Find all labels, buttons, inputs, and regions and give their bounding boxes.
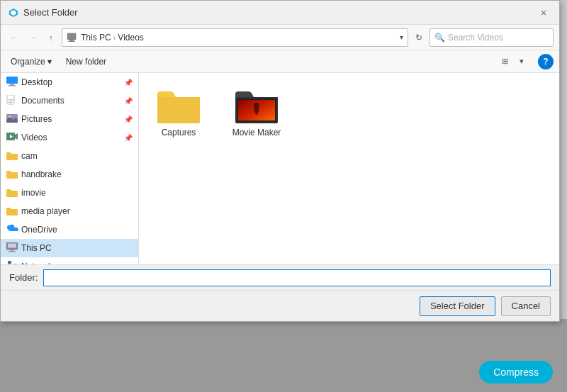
sidebar-item-imovie[interactable]: imovie [1, 184, 138, 202]
sidebar-item-handbrake[interactable]: handbrake [1, 165, 138, 184]
documents-icon [6, 95, 18, 106]
view-toggle-button[interactable]: ⊞ [497, 54, 512, 69]
svg-rect-2 [68, 41, 75, 42]
svg-rect-0 [67, 33, 76, 40]
view-controls: ⊞ ▾ [497, 54, 529, 69]
search-placeholder: Search Videos [448, 33, 503, 43]
svg-rect-18 [9, 251, 16, 252]
sidebar-item-thispc[interactable]: This PC [1, 239, 138, 257]
organize-button[interactable]: Organize ▾ [6, 55, 56, 69]
pictures-icon [6, 113, 18, 125]
navigation-pane: Desktop 📌 Documents 📌 [1, 73, 139, 264]
sidebar-item-cam[interactable]: cam [1, 147, 138, 165]
captures-folder-icon [157, 84, 200, 123]
svg-rect-3 [6, 77, 18, 84]
sidebar-item-videos[interactable]: Videos 📌 [1, 128, 138, 147]
background-area: Compress [0, 319, 567, 392]
title-bar: Select Folder × [1, 1, 559, 25]
refresh-button[interactable]: ↻ [411, 30, 427, 45]
compress-button[interactable]: Compress [479, 361, 553, 383]
breadcrumb-videos[interactable]: Videos [118, 33, 143, 43]
folder-row: Folder: [1, 264, 559, 290]
folder-icon-cam [6, 150, 18, 162]
moviemaker-folder-icon [235, 84, 278, 123]
file-item-moviemaker[interactable]: Movie Maker [228, 82, 285, 140]
sidebar-item-pictures[interactable]: Pictures 📌 [1, 110, 138, 128]
select-folder-dialog: Select Folder × ← → ↑ This PC › Videos ▾… [0, 0, 560, 322]
help-button[interactable]: ? [538, 54, 554, 69]
moviemaker-label: Movie Maker [232, 128, 281, 138]
toolbar: Organize ▾ New folder ⊞ ▾ ? [1, 50, 559, 73]
button-row: Select Folder Cancel [1, 290, 559, 321]
file-item-captures[interactable]: Captures [150, 82, 207, 140]
sidebar-item-documents[interactable]: Documents 📌 [1, 91, 138, 110]
sidebar-item-desktop[interactable]: Desktop 📌 [1, 73, 138, 91]
folder-icon-mediaplayer [6, 206, 18, 217]
svg-rect-7 [9, 99, 13, 100]
pin-icon: 📌 [124, 134, 133, 142]
pin-icon: 📌 [124, 97, 133, 105]
desktop-icon [6, 77, 18, 88]
svg-rect-16 [8, 244, 16, 248]
pin-icon: 📌 [124, 79, 133, 86]
search-icon: 🔍 [434, 33, 445, 43]
svg-rect-1 [69, 40, 74, 41]
folder-label: Folder: [9, 272, 38, 283]
sidebar-item-mediaplayer[interactable]: media player [1, 202, 138, 220]
address-bar: ← → ↑ This PC › Videos ▾ ↻ 🔍 Search Vide… [1, 25, 559, 50]
folder-input[interactable] [43, 269, 551, 286]
file-area: Captures [139, 73, 559, 264]
svg-rect-17 [10, 250, 14, 251]
main-content: Desktop 📌 Documents 📌 [1, 73, 559, 264]
cancel-button[interactable]: Cancel [501, 296, 551, 316]
svg-marker-13 [15, 133, 18, 140]
address-box[interactable]: This PC › Videos ▾ [62, 28, 408, 47]
onedrive-icon [6, 224, 18, 235]
sidebar-item-onedrive[interactable]: OneDrive [1, 220, 138, 239]
svg-rect-5 [9, 85, 16, 86]
sidebar-item-network[interactable]: Network [1, 257, 138, 264]
close-button[interactable]: × [535, 4, 552, 21]
svg-rect-4 [10, 84, 14, 85]
address-dropdown-button[interactable]: ▾ [400, 33, 403, 41]
thispc-icon [6, 242, 18, 254]
svg-rect-8 [9, 101, 13, 101]
svg-rect-9 [9, 102, 12, 103]
videos-icon [6, 132, 18, 143]
up-button[interactable]: ↑ [43, 30, 59, 45]
search-box: 🔍 Search Videos [430, 28, 554, 47]
new-folder-button[interactable]: New folder [62, 55, 111, 69]
folder-icon-imovie [6, 187, 18, 198]
folder-icon-handbrake [6, 169, 18, 180]
breadcrumb-thispc[interactable]: This PC [81, 33, 111, 43]
dialog-title: Select Folder [23, 7, 535, 18]
svg-point-27 [254, 103, 259, 108]
back-button[interactable]: ← [6, 30, 22, 45]
pin-icon: 📌 [124, 116, 133, 123]
select-folder-button[interactable]: Select Folder [420, 296, 495, 316]
view-dropdown-button[interactable]: ▾ [514, 54, 529, 69]
captures-label: Captures [162, 128, 196, 138]
app-icon [8, 7, 19, 18]
forward-button[interactable]: → [25, 30, 40, 45]
svg-rect-19 [8, 261, 11, 264]
breadcrumb: This PC › Videos [81, 33, 144, 43]
